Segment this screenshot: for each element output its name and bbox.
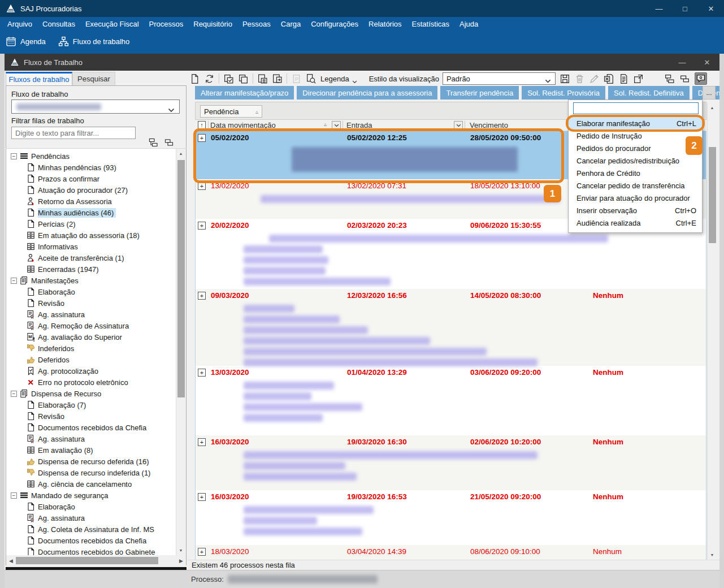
tree-collapse-box-icon[interactable]: − <box>11 153 17 159</box>
tree-item-erro-no-protocolo-eletronico[interactable]: Erro no protocolo eletrônico <box>6 377 176 388</box>
export-document-icon[interactable] <box>272 74 283 84</box>
tree-group-dispensa-de-recurso[interactable]: −Dispensa de Recurso <box>6 388 176 399</box>
tree-collapse-box-icon[interactable]: − <box>11 278 17 284</box>
copy-document-icon[interactable] <box>238 74 249 84</box>
balloon-view-button[interactable] <box>695 72 707 85</box>
tree-item-elaboracao[interactable]: Elaboração <box>6 286 176 297</box>
expand-row-icon[interactable]: + <box>198 493 206 501</box>
context-menu-item-audiencia-realizada[interactable]: Audiência realizadaCtrl+E <box>569 217 702 229</box>
new-document-icon[interactable] <box>189 74 200 84</box>
menu-item-configuracoes[interactable]: Configurações <box>306 18 363 31</box>
tree-item-ag-assinatura[interactable]: Ag. assinatura <box>6 309 176 320</box>
table-row[interactable]: +09/03/202012/03/2020 16:5614/05/2020 08… <box>196 289 706 366</box>
tree-item-elaboracao[interactable]: Elaboração <box>6 501 176 512</box>
table-row[interactable]: +16/03/202019/03/2020 16:3002/06/2020 10… <box>196 435 706 490</box>
context-menu-item-elaborar-manifestacao[interactable]: Elaborar manifestaçãoCtrl+L <box>569 117 702 129</box>
close-button[interactable]: ✕ <box>698 0 724 17</box>
expand-row-icon[interactable]: + <box>198 222 206 230</box>
tree-collapse-box-icon[interactable]: − <box>11 492 17 499</box>
minimize-button[interactable]: — <box>646 0 672 17</box>
action-button-direcionar-pendencia-para-a-assessoria[interactable]: Direcionar pendência para a assessoria <box>297 86 437 100</box>
expand-row-icon[interactable]: + <box>198 134 206 142</box>
window-close-button[interactable]: ✕ <box>695 54 719 71</box>
table-row[interactable]: +16/03/202019/03/2020 16:5321/05/2020 09… <box>196 490 706 545</box>
tree-item-retorno-da-assessoria[interactable]: Retorno da Assessoria <box>6 196 176 207</box>
tree-item-pericias-2[interactable]: Perícias (2) <box>6 218 176 230</box>
expand-all-icon[interactable] <box>664 74 675 84</box>
table-row[interactable]: +13/03/202001/04/2020 13:2903/06/2020 09… <box>196 366 706 435</box>
context-menu-item-cancelar-pedido-de-transferencia[interactable]: Cancelar pedido de transferência <box>569 179 702 192</box>
filter-data-movimentacao-button[interactable] <box>332 121 341 130</box>
tree-item-minhas-pendencias-93[interactable]: Minhas pendências (93) <box>6 162 176 173</box>
tree-item-em-atuacao-do-assessoria-18[interactable]: Em atuação do assessoria (18) <box>6 230 176 241</box>
style-select[interactable]: Padrão <box>443 72 556 85</box>
collapse-tree-icon[interactable] <box>164 137 174 148</box>
tree-collapse-box-icon[interactable]: − <box>11 391 17 397</box>
app-toolbar-agenda[interactable]: Agenda <box>6 36 46 47</box>
tree-group-manifestacoes[interactable]: −Manifestações <box>6 275 176 286</box>
tree-item-em-avaliacao-8[interactable]: Em avaliação (8) <box>6 444 176 456</box>
open-external-icon[interactable] <box>633 74 644 84</box>
action-button-transferir-pendencia[interactable]: Transferir pendência <box>440 86 519 100</box>
tree-item-prazos-a-confirmar[interactable]: Prazos a confirmar <box>6 173 176 184</box>
tree-item-documentos-recebidos-da-chefia[interactable]: Documentos recebidos da Chefia <box>6 535 176 546</box>
tree-item-deferidos[interactable]: Deferidos <box>6 354 176 365</box>
menu-item-ajuda[interactable]: Ajuda <box>454 18 483 31</box>
tree-item-ag-remocao-de-assinatura[interactable]: Ag. Remoção de Assinatura <box>6 320 176 331</box>
tree-item-ag-protocolizacao[interactable]: Ag. protocolização <box>6 365 176 377</box>
tree-item-minhas-audiencias-46[interactable]: Minhas audiências (46) <box>6 207 176 218</box>
menu-item-consultas[interactable]: Consultas <box>37 18 80 31</box>
tree-scrollbar[interactable]: ▲ ▼ <box>176 149 185 555</box>
expand-row-icon[interactable]: + <box>198 369 206 377</box>
tree-item-ag-ciencia-de-cancelamento[interactable]: Ag. ciência de cancelamento <box>6 478 176 490</box>
tree-group-mandado-de-seguranca[interactable]: −Mandado de segurança <box>6 490 176 501</box>
menu-item-requisitorio[interactable]: Requisitório <box>188 18 237 31</box>
group-chip-pendencia[interactable]: Pendência ▵ <box>200 105 262 118</box>
legend-dropdown[interactable]: Legenda <box>320 75 357 83</box>
tree-item-informativas[interactable]: Informativas <box>6 241 176 252</box>
action-button-sol-redist-definitiva[interactable]: Sol. Redist. Definitiva <box>608 86 690 100</box>
save-icon[interactable] <box>560 74 570 84</box>
tree-item-atuacao-do-procurador-27[interactable]: Atuação do procurador (27) <box>6 184 176 196</box>
filter-entrada-button[interactable] <box>454 121 463 130</box>
tree-item-documentos-recebidos-da-chefia[interactable]: Documentos recebidos da Chefia <box>6 422 176 433</box>
menu-item-carga[interactable]: Carga <box>276 18 306 31</box>
menu-item-processos[interactable]: Processos <box>144 18 189 31</box>
tree-item-documentos-recebidos-do-gabinete[interactable]: Documentos recebidos do Gabinete <box>6 546 176 555</box>
column-header-entrada[interactable]: Entrada <box>346 121 372 129</box>
context-menu-item-cancelar-pedidos-redistribuicao[interactable]: Cancelar pedidos/redistribuição <box>569 154 702 167</box>
action-button-sol-redist-provisoria[interactable]: Sol. Redist. Provisória <box>522 86 605 100</box>
menu-item-estatisticas[interactable]: Estatísticas <box>407 18 454 31</box>
validate-document-icon[interactable] <box>223 74 234 84</box>
tree-item-dispensa-de-recurso-indeferida-1[interactable]: Dispensa de recurso indeferida (1) <box>6 467 176 478</box>
context-menu-item-pedidos-do-procurador[interactable]: Pedidos do procurador▸ <box>569 142 702 154</box>
column-header-data-movimentacao[interactable]: Data movimentação <box>210 121 276 129</box>
tree-group-pendencias[interactable]: −Pendências <box>6 150 176 162</box>
excel-export-icon[interactable] <box>604 74 614 84</box>
action-button-alterar-manifestacao-prazo[interactable]: Alterar manifestação/prazo <box>195 86 294 100</box>
column-header-vencimento[interactable]: Vencimento <box>470 121 508 129</box>
context-menu-item-enviar-para-atuacao-do-procurador[interactable]: Enviar para atuação do procurador <box>569 192 702 204</box>
collapse-all-icon[interactable] <box>679 74 690 84</box>
expand-all-rows-icon[interactable]: ↑ <box>198 121 206 129</box>
refresh-icon[interactable] <box>204 74 215 84</box>
tree-item-encerradas-1947[interactable]: Encerradas (1947) <box>6 263 176 275</box>
tree-item-revisao[interactable]: Revisão <box>6 297 176 309</box>
menu-item-pessoas[interactable]: Pessoas <box>237 18 276 31</box>
expand-row-icon[interactable]: + <box>198 548 206 556</box>
tree-horizontal-scrollbar[interactable]: ◀ ▶ <box>6 556 186 565</box>
inspect-document-icon[interactable] <box>306 74 317 84</box>
context-menu-search-input[interactable] <box>573 102 699 114</box>
menu-item-execucao-fiscal[interactable]: Execução Fiscal <box>80 18 144 31</box>
tree-item-indeferidos[interactable]: Indeferidos <box>6 343 176 354</box>
window-minimize-button[interactable]: — <box>670 54 695 71</box>
context-menu-item-pedido-de-instrucao[interactable]: Pedido de Instrução <box>569 129 702 142</box>
table-scrollbar[interactable]: ▲ ▼ <box>707 103 717 560</box>
save-document-icon[interactable] <box>257 74 268 84</box>
tree-item-ag-coleta-de-assinatura-de-inf-ms[interactable]: Ag. Coleta de Assinatura de Inf. MS <box>6 524 176 535</box>
expand-tree-icon[interactable] <box>148 137 158 148</box>
maximize-button[interactable]: □ <box>672 0 698 17</box>
expand-row-icon[interactable]: + <box>198 438 206 446</box>
tree-item-ag-assinatura[interactable]: Ag. assinatura <box>6 512 176 524</box>
expand-row-icon[interactable]: + <box>198 182 206 190</box>
